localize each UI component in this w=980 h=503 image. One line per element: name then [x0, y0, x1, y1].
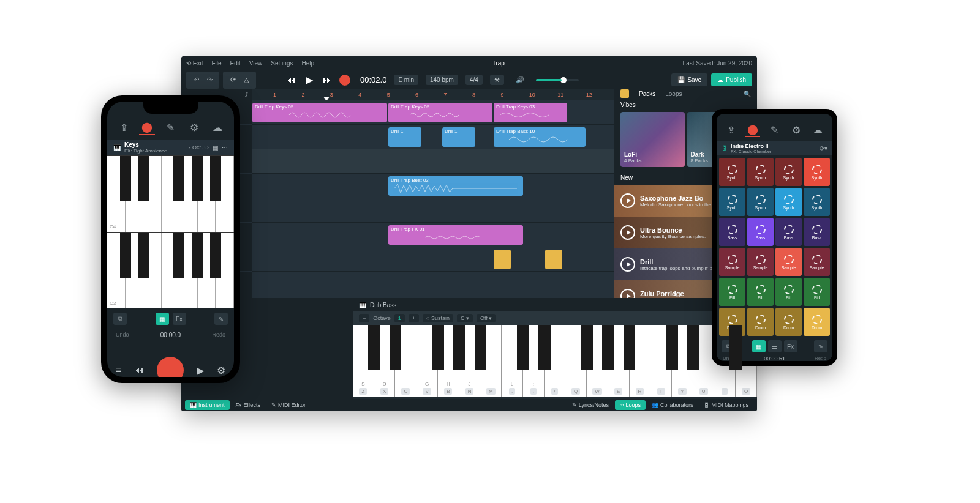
pad-button[interactable]: Bass — [747, 218, 774, 246]
fx-button[interactable]: Fx — [784, 340, 797, 352]
cloud-tab-icon[interactable]: ☁ — [209, 119, 225, 135]
note-select[interactable]: C ▾ — [457, 314, 473, 322]
effects-tab-button[interactable]: Fx Effects — [231, 400, 265, 410]
audio-clip[interactable]: Drill Trap FX 01 — [388, 225, 523, 245]
skip-back-icon[interactable]: ⏮ — [134, 365, 144, 376]
play-icon[interactable] — [620, 257, 635, 272]
exit-menu[interactable]: ⟲ Exit — [186, 60, 203, 67]
black-key[interactable] — [602, 325, 614, 370]
piano-keyboard[interactable]: SZDXCGVHBJNML,;./QWERTYUIO — [353, 325, 757, 397]
octave-down[interactable]: − — [359, 314, 369, 322]
loop-icon[interactable]: ⟳▾ — [820, 145, 827, 152]
mixer-icon[interactable]: ⚙ — [217, 365, 225, 376]
help-menu[interactable]: Help — [301, 60, 314, 67]
black-key[interactable] — [517, 325, 529, 370]
grid-toggle[interactable]: ▦ — [752, 340, 766, 352]
upload-tab-icon[interactable]: ⇪ — [724, 122, 739, 137]
automation-icon[interactable]: ⤴ — [245, 91, 248, 98]
loops-tab[interactable]: Loops — [665, 91, 682, 97]
play-button[interactable]: ▶ — [303, 73, 316, 87]
pad-button[interactable]: Drum — [775, 308, 802, 336]
black-key[interactable] — [624, 325, 636, 370]
pad-button[interactable]: Synth — [719, 188, 745, 216]
redo-button[interactable]: ↷ — [203, 74, 216, 86]
audio-clip[interactable]: Drill Trap Keys 03 — [494, 103, 567, 122]
search-icon[interactable]: 🔍 — [744, 91, 751, 97]
midi-mappings-tab-button[interactable]: 🎛 MIDI Mappings — [699, 400, 753, 410]
ruler[interactable]: 123456789101112 — [252, 89, 614, 100]
loops-tab-button[interactable]: ∞ Loops — [615, 400, 646, 410]
publish-button[interactable]: ☁ Publish — [711, 73, 752, 86]
pad-button[interactable]: Synth — [804, 158, 830, 186]
settings-tab-icon[interactable]: ⚙ — [789, 122, 804, 137]
off-select[interactable]: Off ▾ — [477, 314, 496, 322]
pad-button[interactable]: Fill — [719, 278, 745, 306]
edit-tab-icon[interactable]: ✎ — [162, 119, 178, 135]
pad-button[interactable]: Fill — [775, 278, 802, 306]
grid-toggle[interactable]: ▦ — [156, 313, 169, 325]
timeline[interactable]: 123456789101112 Drill Trap Keys 09 Drill… — [252, 89, 614, 298]
settings-menu[interactable]: Settings — [271, 60, 293, 67]
skip-forward-button[interactable]: ⏭ — [321, 73, 334, 87]
black-key[interactable] — [453, 325, 466, 370]
tool-icon[interactable]: ⚒ — [490, 75, 504, 85]
metronome-button[interactable]: △ — [240, 74, 252, 86]
pad-button[interactable]: Synth — [747, 158, 774, 186]
record-tab-icon[interactable]: ⬤ — [139, 119, 155, 135]
view-menu[interactable]: View — [249, 60, 263, 67]
pad-button[interactable]: Sample — [804, 248, 830, 276]
audio-clip[interactable]: Drill Trap Bass 10 — [494, 127, 586, 147]
cloud-tab-icon[interactable]: ☁ — [810, 122, 825, 137]
record-button[interactable] — [339, 75, 350, 86]
audio-clip[interactable]: Drill Trap Keys 09 — [252, 103, 387, 122]
ios-piano-upper[interactable]: C4 — [107, 155, 234, 232]
play-icon[interactable]: ▶ — [197, 365, 204, 376]
timesig-display[interactable]: 4/4 — [466, 75, 483, 85]
octave-up[interactable]: + — [409, 314, 419, 322]
pad-button[interactable]: Sample — [719, 248, 745, 276]
black-key[interactable] — [581, 325, 593, 370]
pad-button[interactable]: Synth — [804, 188, 830, 216]
file-menu[interactable]: File — [211, 60, 221, 67]
black-key[interactable] — [368, 325, 380, 370]
pad-button[interactable]: Fill — [747, 278, 774, 306]
pad-button[interactable]: Sample — [747, 248, 774, 276]
redo-label[interactable]: Redo — [815, 356, 826, 361]
pad-button[interactable]: Drum — [804, 308, 830, 336]
tempo-display[interactable]: 140 bpm — [426, 75, 458, 85]
black-key[interactable] — [538, 325, 551, 370]
pad-button[interactable]: Bass — [804, 218, 830, 246]
instrument-tab-button[interactable]: 🎹 Instrument — [185, 400, 230, 410]
copy-icon[interactable]: ⧉ — [113, 313, 127, 325]
skip-back-button[interactable]: ⏮ — [284, 73, 298, 87]
undo-label[interactable]: Undo — [116, 332, 129, 338]
pad-button[interactable]: Sample — [775, 248, 802, 276]
edit-icon[interactable]: ✎ — [214, 313, 228, 325]
play-icon[interactable] — [620, 193, 635, 208]
sustain-toggle[interactable]: ○ Sustain — [423, 314, 453, 322]
pad-button[interactable]: Bass — [719, 218, 745, 246]
undo-button[interactable]: ↶ — [190, 74, 202, 86]
fx-button[interactable]: Fx — [173, 313, 186, 325]
ios-piano-lower[interactable]: C3 — [107, 232, 234, 308]
audio-clip[interactable]: Drill Trap Keys 09 — [388, 103, 492, 122]
panel-icon[interactable] — [620, 89, 629, 98]
play-icon[interactable] — [620, 225, 635, 240]
pad-button[interactable]: Synth — [719, 158, 745, 186]
black-key[interactable] — [687, 325, 699, 370]
volume-slider[interactable] — [536, 79, 579, 81]
pad-button[interactable]: Bass — [775, 218, 802, 246]
collaborators-tab-button[interactable]: 👥 Collaborators — [647, 400, 698, 410]
audio-clip[interactable] — [545, 250, 562, 269]
redo-label[interactable]: Redo — [212, 332, 225, 338]
edit-tab-icon[interactable]: ✎ — [767, 122, 782, 137]
edit-menu[interactable]: Edit — [230, 60, 241, 67]
pad-button[interactable]: Synth — [775, 158, 802, 186]
black-key[interactable] — [390, 325, 402, 370]
packs-tab[interactable]: Packs — [639, 91, 655, 97]
lyrics-tab-button[interactable]: ✎ Lyrics/Notes — [567, 400, 614, 410]
pad-button[interactable]: Synth — [775, 188, 802, 216]
pad-button[interactable]: Drum — [747, 308, 774, 336]
key-display[interactable]: E min — [394, 75, 418, 85]
more-icon[interactable]: ⋯ — [222, 144, 228, 151]
